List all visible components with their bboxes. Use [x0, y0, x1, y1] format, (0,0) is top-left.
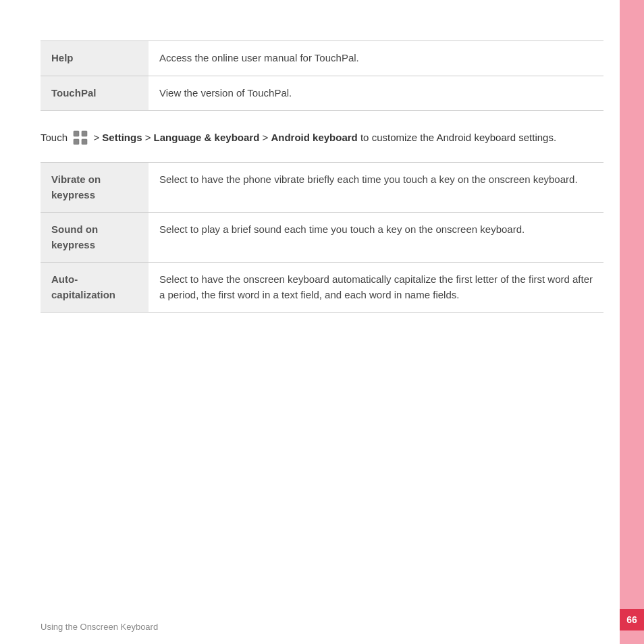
- touch-label: Touch: [41, 132, 68, 143]
- svg-rect-1: [82, 131, 87, 136]
- android-keyboard-label: Android keyboard: [271, 132, 357, 143]
- table-row: Vibrate on keypress Select to have the p…: [41, 163, 603, 213]
- instruction-suffix: to customize the Android keyboard settin…: [358, 132, 556, 143]
- footer-text: Using the Onscreen Keyboard: [41, 622, 158, 632]
- row-description: Access the online user manual for TouchP…: [149, 41, 603, 76]
- row-description: Select to play a brief sound each time y…: [149, 213, 603, 263]
- table-row: TouchPal View the version of TouchPal.: [41, 76, 603, 111]
- table-row: Help Access the online user manual for T…: [41, 41, 603, 76]
- row-label: Auto-capitalization: [41, 263, 149, 313]
- content-area: Help Access the online user manual for T…: [41, 41, 603, 603]
- row-label: TouchPal: [41, 76, 149, 111]
- svg-rect-0: [74, 131, 79, 136]
- settings-label: Settings: [102, 132, 142, 143]
- instruction-gt3: >: [259, 132, 271, 143]
- row-label: Help: [41, 41, 149, 76]
- table-row: Sound on keypress Select to play a brief…: [41, 213, 603, 263]
- row-label: Sound on keypress: [41, 213, 149, 263]
- instruction-paragraph: Touch > Settings > Language & keyboard >…: [41, 130, 603, 146]
- instruction-gt2: >: [142, 132, 154, 143]
- top-table: Help Access the online user manual for T…: [41, 41, 603, 111]
- right-sidebar: 66: [620, 0, 644, 644]
- page-number-badge: 66: [620, 609, 644, 630]
- language-label: Language & keyboard: [154, 132, 260, 143]
- row-description: Select to have the onscreen keyboard aut…: [149, 263, 603, 313]
- page-footer: Using the Onscreen Keyboard: [41, 622, 158, 632]
- row-description: Select to have the phone vibrate briefly…: [149, 163, 603, 213]
- page-container: 66 Help Access the online user manual fo…: [0, 0, 644, 644]
- row-label: Vibrate on keypress: [41, 163, 149, 213]
- instruction-gt1: >: [93, 132, 102, 143]
- row-description: View the version of TouchPal.: [149, 76, 603, 111]
- page-number: 66: [626, 614, 637, 625]
- svg-rect-3: [82, 139, 87, 144]
- table-row: Auto-capitalization Select to have the o…: [41, 263, 603, 313]
- settings-table: Vibrate on keypress Select to have the p…: [41, 162, 603, 313]
- grid-icon: [73, 130, 88, 145]
- svg-rect-2: [74, 139, 79, 144]
